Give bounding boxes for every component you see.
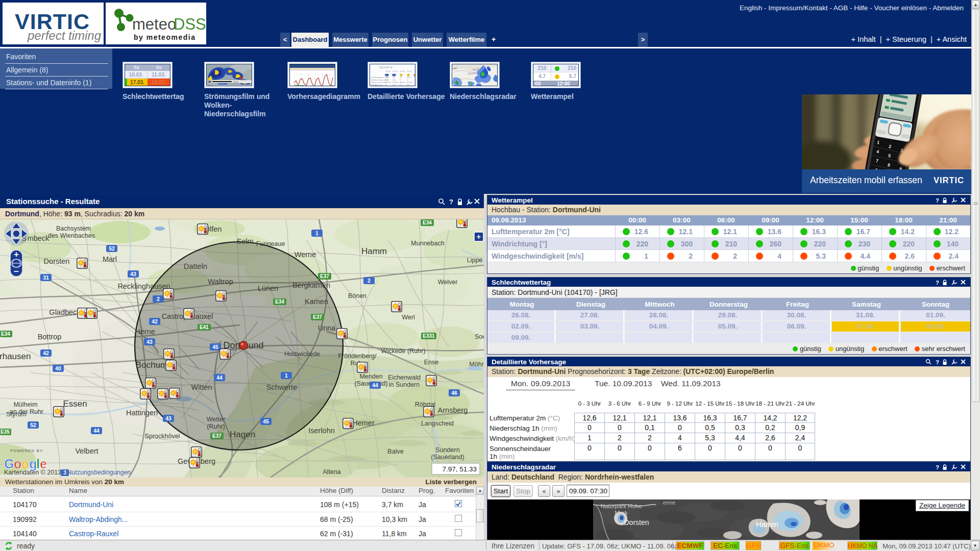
svg-text:00:00: 00:00 xyxy=(233,81,239,83)
svg-text:Sprockhövel: Sprockhövel xyxy=(145,433,180,440)
svg-text:03:00: 03:00 xyxy=(393,70,398,72)
svg-text:© Meteomedia: © Meteomedia xyxy=(208,85,224,86)
svg-text:Hagen: Hagen xyxy=(230,430,255,439)
svg-text:E41: E41 xyxy=(200,324,209,330)
svg-text:Bergkamen: Bergkamen xyxy=(292,281,330,289)
svg-text:Langscheid: Langscheid xyxy=(421,420,454,427)
svg-text:2: 2 xyxy=(157,296,160,302)
svg-text:(Sauerland): (Sauerland) xyxy=(431,454,464,461)
svg-text:DSS: DSS xyxy=(174,15,206,33)
svg-text:?: ? xyxy=(449,198,453,206)
svg-text:meteo: meteo xyxy=(132,15,176,33)
svg-text:E34: E34 xyxy=(423,220,432,226)
svg-text:1: 1 xyxy=(285,372,288,379)
svg-text:?: ? xyxy=(936,280,939,286)
svg-text:POWERED BY: POWERED BY xyxy=(10,448,43,453)
svg-text:7.97, 51.33: 7.97, 51.33 xyxy=(442,465,477,473)
svg-text:42: 42 xyxy=(152,318,158,324)
svg-text:Sundern: Sundern xyxy=(435,446,459,454)
svg-text:9.8: 9.8 xyxy=(407,84,410,86)
svg-text:Waltrop: Waltrop xyxy=(208,278,233,286)
svg-text:enne: enne xyxy=(663,499,675,506)
svg-text:Kamen: Kamen xyxy=(305,297,328,306)
svg-text:Recklinghausen: Recklinghausen xyxy=(117,282,170,290)
svg-text:43: 43 xyxy=(165,415,172,421)
svg-text:44: 44 xyxy=(372,382,378,388)
svg-text:Datteln: Datteln xyxy=(184,262,207,270)
svg-text:VIRTIC: VIRTIC xyxy=(934,176,964,185)
svg-text:43: 43 xyxy=(146,339,153,345)
svg-text:Fröndenberg/: Fröndenberg/ xyxy=(338,353,377,360)
svg-text:Welver: Welver xyxy=(438,279,458,286)
svg-text:err: err xyxy=(453,67,457,70)
svg-text:Lünen: Lünen xyxy=(258,284,278,292)
svg-text:45: 45 xyxy=(263,418,269,424)
svg-text:Eichenwald: Eichenwald xyxy=(388,374,421,381)
svg-text:in Sundern: in Sundern xyxy=(389,381,420,388)
svg-text:Möhn: Möhn xyxy=(469,361,484,368)
svg-text:Balve: Balve xyxy=(387,448,403,455)
svg-text:Funneaue: Funneaue xyxy=(256,240,285,247)
svg-text:+: + xyxy=(14,249,19,259)
svg-text:42: 42 xyxy=(43,350,49,356)
svg-text:Bottrop: Bottrop xyxy=(38,333,62,341)
svg-text:09:00: 09:00 xyxy=(407,70,412,72)
svg-text:Hemer: Hemer xyxy=(352,419,375,427)
svg-text:Bochum: Bochum xyxy=(136,360,167,370)
svg-text:?: ? xyxy=(936,359,939,365)
svg-text:mbeck: mbeck xyxy=(28,234,50,242)
svg-text:Herne: Herne xyxy=(135,328,155,336)
svg-text:Windgeschw.: Windgeschw. xyxy=(371,84,383,86)
svg-text:Wetter: Wetter xyxy=(207,416,226,423)
svg-text:E37: E37 xyxy=(320,273,329,279)
svg-text:Munnebach: Munnebach xyxy=(411,240,444,247)
svg-text:40: 40 xyxy=(55,365,61,371)
svg-text:E331: E331 xyxy=(423,333,435,339)
svg-text:an der Ruhr: an der Ruhr xyxy=(10,408,43,415)
svg-text:Arbeitszeiten mobil erfassen: Arbeitszeiten mobil erfassen xyxy=(810,175,922,185)
svg-text:12:00: 12:00 xyxy=(414,70,415,72)
svg-text:?: ? xyxy=(936,464,939,470)
svg-text:Hattingen: Hattingen xyxy=(126,409,158,417)
svg-text:Selm: Selm xyxy=(236,237,253,245)
svg-text:00:00: 00:00 xyxy=(385,70,391,72)
svg-text:Essen: Essen xyxy=(63,399,87,409)
svg-text:Dorsten: Dorsten xyxy=(44,257,70,265)
svg-text:Werne: Werne xyxy=(295,251,316,259)
svg-text:Gladbeck: Gladbeck xyxy=(49,308,81,316)
svg-text:10: 10 xyxy=(414,84,415,86)
svg-text:Mark: Mark xyxy=(615,510,628,516)
svg-text:Mülheim: Mülheim xyxy=(13,401,37,408)
svg-text:06:00: 06:00 xyxy=(400,70,405,72)
svg-text:erhausen: erhausen xyxy=(0,352,31,361)
svg-text:31: 31 xyxy=(43,274,49,281)
svg-text:52: 52 xyxy=(109,245,115,252)
svg-text:44: 44 xyxy=(216,374,223,381)
svg-text:Bönen: Bönen xyxy=(348,292,366,299)
svg-text:52: 52 xyxy=(30,422,36,428)
svg-text:?: ? xyxy=(936,197,939,204)
svg-text:Arnsberg: Arnsberg xyxy=(438,406,468,414)
svg-text:44: 44 xyxy=(93,428,100,434)
svg-text:Naturpark Hohe: Naturpark Hohe xyxy=(600,503,642,509)
svg-text:Menden: Menden xyxy=(359,373,382,380)
svg-text:Witten: Witten xyxy=(191,383,212,391)
svg-text:Altena: Altena xyxy=(323,468,340,475)
svg-text:Soe: Soe xyxy=(475,333,484,340)
svg-text:Werl: Werl xyxy=(402,314,414,321)
svg-text:Unna: Unna xyxy=(318,324,336,332)
svg-text:−: − xyxy=(14,267,19,277)
svg-text:Dorsten: Dorsten xyxy=(624,518,649,527)
svg-text:E34: E34 xyxy=(1,331,10,337)
svg-text:Bachsystem: Bachsystem xyxy=(56,225,91,232)
svg-text:Velbert: Velbert xyxy=(75,447,98,455)
svg-text:45: 45 xyxy=(212,344,218,350)
svg-text:E37: E37 xyxy=(313,314,322,320)
svg-text:+: + xyxy=(477,232,481,241)
svg-text:1: 1 xyxy=(315,230,318,236)
svg-text:Holzwickede: Holzwickede xyxy=(284,350,320,358)
svg-text:Iserlohn: Iserlohn xyxy=(308,427,335,435)
svg-text:46: 46 xyxy=(451,390,457,396)
svg-text:des Wienbaches: des Wienbaches xyxy=(48,232,95,239)
svg-text:Lippe: Lippe xyxy=(467,257,483,264)
